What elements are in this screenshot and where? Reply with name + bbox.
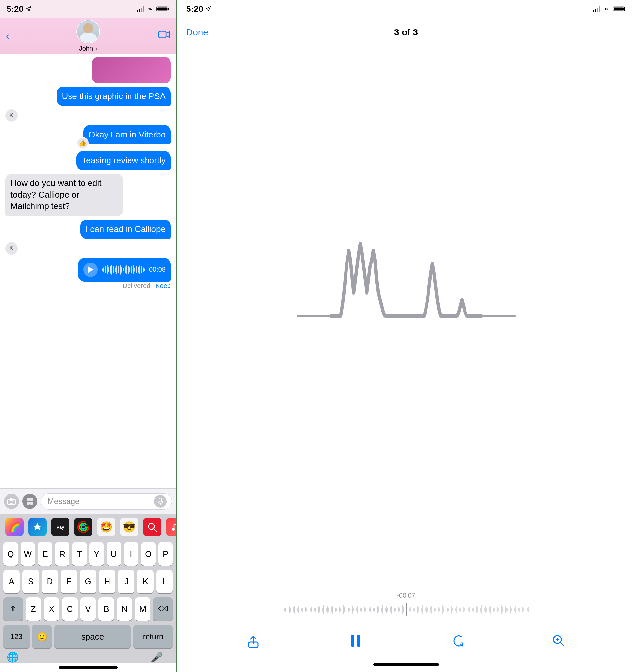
key-space[interactable]: space [54,625,131,648]
key-h[interactable]: H [99,570,115,593]
svg-rect-111 [395,608,396,611]
svg-rect-28 [286,607,287,612]
svg-rect-80 [355,608,355,612]
search-app-icon[interactable] [143,518,161,536]
svg-rect-147 [442,605,442,614]
key-delete[interactable]: ⌫ [153,597,173,621]
key-emoji[interactable]: 🙂 [32,625,52,648]
key-c[interactable]: C [62,597,78,621]
svg-rect-124 [412,606,412,614]
appstore-app-icon[interactable] [28,518,47,536]
video-call-button[interactable] [158,30,170,42]
key-o[interactable]: O [141,542,156,566]
key-s[interactable]: S [22,570,39,593]
status-bar-left: 5:20 [0,0,176,18]
keep-button[interactable]: Keep [155,282,171,290]
share-button[interactable] [244,631,263,651]
key-w[interactable]: W [21,542,36,566]
svg-rect-125 [413,608,414,611]
key-j[interactable]: J [118,570,134,593]
message-bubble: Use this graphic in the PSA [57,87,171,106]
music-app-icon[interactable] [166,518,177,536]
play-button[interactable] [83,262,98,277]
activity-app-icon[interactable] [74,518,92,536]
key-z[interactable]: Z [26,597,41,621]
svg-rect-189 [497,607,498,612]
audio-meta: Delivered Keep [78,282,171,290]
key-a[interactable]: A [3,570,20,593]
key-g[interactable]: G [80,570,96,593]
svg-rect-40 [302,608,303,612]
photos-app-icon[interactable]: 🌈 [5,518,24,536]
pause-button[interactable] [344,629,367,652]
svg-rect-175 [479,608,479,611]
svg-rect-46 [310,608,311,611]
key-m[interactable]: M [135,597,151,621]
svg-rect-102 [384,607,384,612]
svg-rect-133 [423,607,424,612]
svg-rect-200 [511,608,512,611]
key-u[interactable]: U [107,542,121,566]
svg-rect-103 [385,608,386,611]
key-n[interactable]: N [117,597,132,621]
key-b[interactable]: B [98,597,114,621]
audio-player-header: Done 3 of 3 [177,18,635,47]
done-button[interactable]: Done [186,27,208,38]
key-l[interactable]: L [156,570,173,593]
svg-rect-53 [319,607,320,612]
svg-rect-59 [327,606,328,613]
svg-line-17 [154,529,156,531]
applepay-app-icon[interactable]: Pay [51,518,69,536]
svg-rect-158 [456,606,457,613]
svg-rect-48 [313,606,313,614]
svg-rect-116 [402,605,402,614]
svg-rect-126 [414,608,415,612]
svg-rect-27 [285,608,286,612]
key-k[interactable]: K [137,570,153,593]
svg-rect-160 [459,608,460,611]
camera-button[interactable] [4,494,19,509]
key-return[interactable]: return [133,625,173,648]
svg-rect-95 [374,608,375,612]
contact-name[interactable]: John › [79,45,97,52]
memoji-app-icon[interactable]: 🤩 [97,518,115,536]
message-bubble: How do you want to edit today? Calliope … [5,173,123,216]
key-i[interactable]: I [124,542,139,566]
key-t[interactable]: T [72,542,87,566]
back-button[interactable]: ‹ [6,30,9,42]
key-q[interactable]: Q [3,542,18,566]
key-shift[interactable]: ⇧ [3,597,23,621]
globe-key[interactable]: 🌐 [6,651,19,663]
mic-key[interactable]: 🎤 [151,651,163,663]
audio-bubble[interactable]: 00:08 [78,258,171,281]
messages-area: Use this graphic in the PSA K Okay I am … [0,54,176,488]
memoji2-app-icon[interactable]: 😎 [120,518,138,536]
contact-info[interactable]: John › [76,20,100,52]
key-v[interactable]: V [80,597,96,621]
svg-rect-57 [325,607,325,612]
key-r[interactable]: R [55,542,70,566]
timeline-track[interactable] [283,602,529,617]
key-p[interactable]: P [158,542,173,566]
key-e[interactable]: E [38,542,52,566]
rewind-button[interactable] [448,631,468,651]
svg-rect-192 [501,605,502,614]
app-button[interactable] [22,494,37,509]
key-numbers[interactable]: 123 [3,625,29,648]
key-d[interactable]: D [42,570,58,593]
svg-rect-166 [467,608,467,612]
zoom-button[interactable] [549,631,568,651]
location-icon-right [205,6,211,12]
key-y[interactable]: Y [89,542,104,566]
message-input[interactable]: Message [41,493,172,509]
svg-rect-216 [351,635,354,647]
svg-rect-92 [370,607,371,612]
svg-rect-26 [284,608,285,611]
play-icon [88,267,94,273]
svg-rect-38 [300,607,300,612]
svg-rect-104 [386,606,387,613]
key-x[interactable]: X [44,597,60,621]
key-f[interactable]: F [61,570,77,593]
svg-rect-159 [458,607,458,612]
audio-input-icon[interactable] [154,495,167,508]
